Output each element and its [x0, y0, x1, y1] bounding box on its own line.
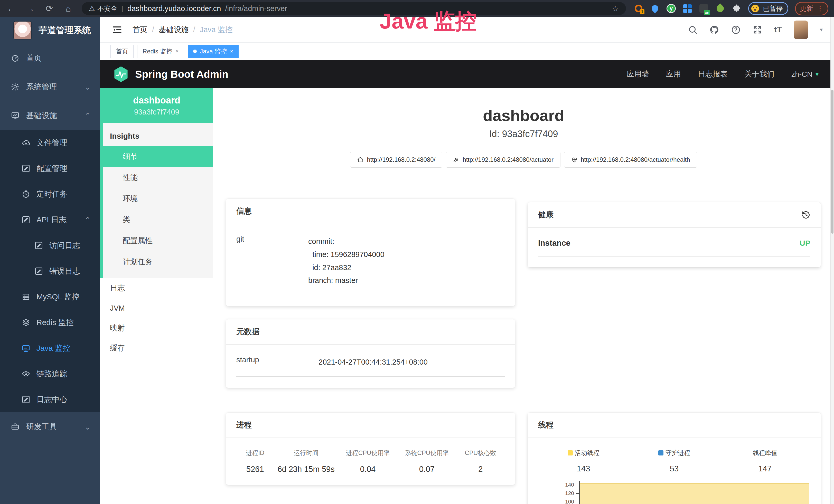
- sba-menu-logs[interactable]: 日志: [100, 278, 213, 298]
- sba-nav-about[interactable]: 关于我们: [745, 69, 774, 79]
- breadcrumb-separator: /: [152, 25, 154, 34]
- extension-row: 1 y on 已暂停 更新 ⋮: [634, 2, 828, 16]
- tab-java[interactable]: Java 监控 ×: [188, 45, 239, 58]
- sba-nav-journal[interactable]: 日志报表: [698, 69, 728, 79]
- process-col-header: CPU核心数: [456, 449, 505, 457]
- extension-leaf-icon[interactable]: [715, 4, 725, 13]
- sba-menu-scheduledtasks[interactable]: 计划任务: [103, 251, 213, 272]
- sidebar-item-errorlog[interactable]: 错误日志: [0, 258, 100, 284]
- fullscreen-icon[interactable]: [752, 25, 762, 35]
- extension-switch-icon[interactable]: on: [699, 4, 709, 13]
- home-icon[interactable]: ⌂: [63, 4, 74, 14]
- sidebar-item-trace[interactable]: 链路追踪: [0, 361, 100, 387]
- health-status-badge: UP: [799, 239, 810, 248]
- app-logo[interactable]: 芋道管理系统: [0, 17, 100, 44]
- sba-menu-caches[interactable]: 缓存: [100, 338, 213, 358]
- sba-nav-applications[interactable]: 应用: [666, 69, 681, 79]
- sidebar-item-mysql[interactable]: MySQL 监控: [0, 284, 100, 310]
- sba-body: dashboard 93a3fc7f7409 Insights 细节 性能 环境…: [100, 88, 834, 504]
- sba-menu-environment[interactable]: 环境: [103, 188, 213, 209]
- reload-icon[interactable]: ⟳: [44, 3, 55, 14]
- sba-menu-jvm[interactable]: JVM: [100, 298, 213, 318]
- sidebar-item-config[interactable]: 配置管理: [0, 156, 100, 181]
- avatar[interactable]: [794, 21, 808, 39]
- tab-home[interactable]: 首页: [110, 45, 134, 58]
- sba-language-select[interactable]: zh-CN ▾: [791, 70, 818, 78]
- process-cpu: 0.04: [338, 465, 397, 474]
- actuator-url-button[interactable]: http://192.168.0.2:48080/actuator: [446, 152, 561, 168]
- chevron-down-icon: ▾: [815, 71, 818, 78]
- bookmark-star-icon[interactable]: ☆: [612, 4, 619, 13]
- sidebar-item-logcenter[interactable]: 日志中心: [0, 387, 100, 412]
- extension-y-icon[interactable]: y: [666, 4, 676, 13]
- process-col-header: 系统CPU使用率: [397, 449, 456, 457]
- sidebar-item-redis[interactable]: Redis 监控: [0, 310, 100, 335]
- process-card-header: 进程: [226, 413, 515, 438]
- health-card-title: 健康: [538, 209, 553, 220]
- process-table: 进程ID5261 运行时间6d 23h 15m 59s 进程CPU使用率0.04…: [236, 449, 505, 474]
- chevron-down-icon: ⌄: [85, 422, 91, 431]
- extension-pin-icon[interactable]: [650, 4, 660, 13]
- sidebar-item-system[interactable]: 系统管理 ⌄: [0, 72, 100, 101]
- address-bar[interactable]: ⚠不安全 | dashboard.yudao.iocoder.cn/infra/…: [82, 2, 626, 15]
- info-value: commit: time: 1596289704000 id: 27aa832 …: [308, 235, 505, 287]
- sidebar-item-devtools[interactable]: 研发工具 ⌄: [0, 412, 100, 441]
- sba-instance-id: 93a3fc7f7409: [134, 108, 179, 116]
- y-axis-tick: 140: [538, 482, 574, 488]
- font-size-icon[interactable]: tT: [774, 25, 782, 35]
- search-icon[interactable]: [688, 25, 698, 35]
- sba-menu-mappings[interactable]: 映射: [100, 318, 213, 338]
- sidebar-item-accesslog[interactable]: 访问日志: [0, 233, 100, 258]
- github-icon[interactable]: [709, 25, 719, 35]
- health-row-instance[interactable]: Instance UP: [538, 238, 810, 256]
- close-icon[interactable]: ×: [230, 48, 233, 55]
- browser-menu-icon[interactable]: ⋮: [817, 5, 824, 13]
- extension-orange-icon[interactable]: 1: [634, 4, 643, 13]
- sidebar-toggle-icon[interactable]: [111, 24, 123, 36]
- history-icon[interactable]: [801, 210, 810, 220]
- breadcrumb-infra[interactable]: 基础设施: [159, 25, 189, 35]
- sidebar-item-job[interactable]: 定时任务: [0, 181, 100, 207]
- back-icon[interactable]: ←: [6, 4, 17, 14]
- sidebar-item-infra[interactable]: 基础设施 ⌃: [0, 101, 100, 130]
- close-icon[interactable]: ×: [175, 48, 179, 55]
- sba-nav-wallboard[interactable]: 应用墙: [627, 69, 649, 79]
- process-card-title: 进程: [236, 420, 252, 430]
- sba-instance-header[interactable]: dashboard 93a3fc7f7409: [100, 88, 213, 123]
- security-warning[interactable]: ⚠不安全: [89, 4, 117, 13]
- forward-icon[interactable]: →: [25, 4, 36, 14]
- sidebar-item-file[interactable]: 文件管理: [0, 130, 100, 156]
- log-edit-icon: [22, 215, 30, 224]
- eye-icon: [22, 369, 30, 378]
- sidebar-item-java[interactable]: Java 监控: [0, 335, 100, 361]
- breadcrumb-home[interactable]: 首页: [133, 25, 148, 35]
- threads-chart: 140 120 100: [538, 481, 810, 504]
- sba-menu-metrics[interactable]: 性能: [103, 167, 213, 188]
- sba-brand[interactable]: Spring Boot Admin: [113, 66, 228, 83]
- sba-menu-details[interactable]: 细节: [103, 146, 213, 167]
- sba-menu-classes[interactable]: 类: [103, 209, 213, 230]
- active-dot: [193, 49, 197, 53]
- sidebar-item-home[interactable]: 首页: [0, 44, 100, 72]
- annotation-overlay-text: Java 监控: [380, 7, 477, 36]
- process-col-header: 进程ID: [236, 449, 274, 457]
- breadcrumb-separator: /: [193, 25, 195, 34]
- threads-card-header: 线程: [528, 413, 821, 438]
- app-window: 芋道管理系统 首页 系统管理 ⌄ 基础设施 ⌃ 文件管理: [0, 17, 834, 504]
- sba-menu-configprops[interactable]: 配置属性: [103, 230, 213, 251]
- recorder-paused-badge[interactable]: 已暂停: [748, 2, 788, 15]
- info-row-git: git commit: time: 1596289704000 id: 27aa…: [236, 235, 505, 295]
- extension-grid-icon[interactable]: [682, 4, 692, 13]
- tab-redis[interactable]: Redis 监控 ×: [137, 45, 184, 58]
- process-col-header: 进程CPU使用率: [338, 449, 397, 457]
- browser-update-button[interactable]: 更新 ⋮: [795, 2, 828, 16]
- health-url-button[interactable]: http://192.168.0.2:48080/actuator/health: [564, 152, 697, 168]
- extensions-puzzle-icon[interactable]: [732, 4, 742, 13]
- service-url-button[interactable]: http://192.168.0.2:48080/: [350, 152, 442, 168]
- help-icon[interactable]: [731, 25, 741, 35]
- sidebar-item-apilog[interactable]: API 日志 ⌃: [0, 207, 100, 233]
- scrollbar-thumb[interactable]: [831, 90, 833, 234]
- avatar-caret-icon[interactable]: ▾: [820, 26, 823, 33]
- page-scrollbar[interactable]: [830, 17, 834, 504]
- health-card-header: 健康: [528, 202, 821, 228]
